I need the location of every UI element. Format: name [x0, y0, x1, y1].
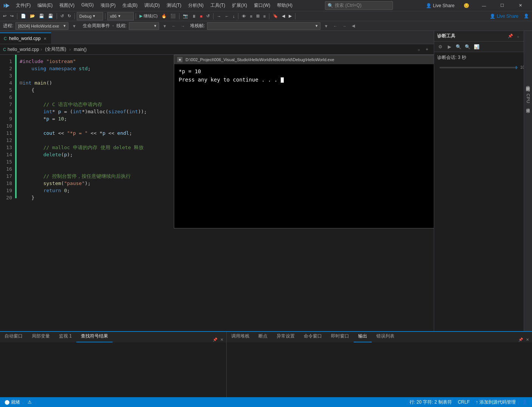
status-git[interactable]: ⬤ 就绪 [3, 397, 22, 407]
stack-filter-btn[interactable]: ▼ [323, 23, 329, 29]
menu-extensions[interactable]: 扩展(X) [229, 1, 250, 10]
bottom-left-content [0, 342, 226, 397]
undo2-btn[interactable]: ↺ [59, 12, 65, 20]
tab-close-btn[interactable]: ✕ [43, 36, 47, 41]
tab-callstack[interactable]: 调用堆栈 [227, 331, 254, 342]
live-share-button[interactable]: 👤 Live Share [423, 2, 458, 9]
continue-btn[interactable]: ▶ 继续(C) [138, 12, 159, 20]
status-add-source[interactable]: ↑ 添加到源代码管理 [474, 399, 517, 405]
tab-exceptions[interactable]: 异常设置 [272, 331, 299, 342]
redo2-btn[interactable]: ↻ [66, 12, 73, 20]
menu-help[interactable]: 帮助(H) [274, 1, 295, 10]
tab-breakpoints[interactable]: 断点 [254, 331, 272, 342]
account-btn[interactable]: 👤 [522, 12, 530, 20]
diag-search-btn[interactable]: 🔍 [455, 43, 462, 51]
minimize-button[interactable]: — [475, 0, 493, 11]
vert-tab-1[interactable]: 分析诊断结果 [524, 80, 532, 87]
thread-filter-btn[interactable]: ▼ [161, 23, 168, 29]
bl-close-btn[interactable]: ✕ [219, 336, 225, 342]
collapse-btn[interactable]: ◀ [350, 23, 357, 29]
platform-dropdown[interactable]: x86 ▾ [107, 12, 134, 20]
watch-btn[interactable]: 👁 [240, 12, 247, 20]
bookmark-btn[interactable]: 🔖 [271, 12, 280, 20]
nav-fwd-btn[interactable]: ▶ [287, 12, 293, 20]
global-search[interactable]: 🔍 搜索 (Ctrl+Q) [325, 1, 393, 10]
editor-tab-hello[interactable]: C hello_world.cpp ✕ [0, 32, 51, 44]
reg-btn[interactable]: ≡ [262, 12, 267, 20]
feedback-button[interactable]: 😊 [461, 2, 472, 9]
sep10 [295, 13, 295, 19]
expand-btn[interactable]: + [423, 46, 431, 53]
status-line-info[interactable]: 行: 20 字符: 2 制表符 [408, 399, 453, 405]
stack-nav2-btn[interactable]: → [341, 23, 348, 29]
new-file-btn[interactable]: 📄 [19, 12, 28, 20]
close-button[interactable]: ✕ [512, 0, 529, 11]
config-dropdown[interactable]: Debug ▾ [77, 12, 103, 20]
stack-dropdown[interactable]: ▾ [207, 22, 320, 30]
br-pin-btn[interactable]: 📌 [518, 336, 524, 342]
split-btn[interactable]: ⬦ [415, 46, 422, 53]
step-fwd-btn[interactable]: → [215, 12, 223, 20]
tab-command[interactable]: 命令窗口 [299, 331, 326, 342]
camera-btn[interactable]: 📷 [181, 12, 190, 20]
redo-button[interactable]: ↪ [9, 12, 15, 20]
live-share-toolbar-btn[interactable]: 👤 Live Share [487, 13, 521, 20]
breadcrumb-scope[interactable]: (全局范围) [43, 45, 68, 53]
step-back-btn[interactable]: ← [223, 12, 230, 20]
mem-btn[interactable]: ≡ [248, 12, 254, 20]
undo-button[interactable]: ↩ [2, 12, 8, 20]
menu-window[interactable]: 窗口(W) [251, 1, 273, 10]
breadcrumb-function[interactable]: main() [72, 46, 88, 53]
thread-dropdown[interactable]: ▾ [129, 22, 159, 30]
hot-reload-btn[interactable]: 🔥 [160, 12, 168, 20]
tab-auto-window[interactable]: 自动窗口 [0, 331, 27, 342]
menu-analyze[interactable]: 分析(N) [185, 1, 207, 10]
disasm-btn[interactable]: ⊞ [255, 12, 261, 20]
step-into-btn[interactable]: ↓ [231, 12, 237, 20]
restart-btn[interactable]: ↺ [205, 12, 211, 20]
status-user[interactable]: 👤 [520, 399, 529, 405]
process-filter-btn[interactable]: ▼ [71, 23, 77, 29]
stop-btn[interactable]: ■ [198, 12, 204, 20]
tab-immediate[interactable]: 即时窗口 [326, 331, 354, 342]
title-bar-right: 👤 Live Share 😊 — ☐ ✕ [423, 0, 529, 11]
menu-view[interactable]: 视图(V) [56, 1, 77, 10]
tab-locals[interactable]: 局部变量 [27, 331, 54, 342]
menu-test[interactable]: 测试(T) [164, 1, 184, 10]
step-over-btn[interactable]: ⬛ [169, 12, 177, 20]
process-dropdown[interactable]: [8204] HelloWorld.exe ▾ [15, 22, 68, 30]
diag-zoom-btn[interactable]: 🔍 [464, 43, 471, 51]
menu-file[interactable]: 文件(F) [13, 1, 34, 10]
bl-pin-btn[interactable]: 📌 [212, 336, 218, 342]
save-all-btn[interactable]: 💾 [46, 12, 55, 20]
status-problems[interactable]: ⚠ [26, 397, 35, 407]
menu-edit[interactable]: 编辑(E) [34, 1, 56, 10]
menu-debug[interactable]: 调试(D) [141, 1, 163, 10]
diag-pin-btn[interactable]: 📌 [507, 33, 514, 40]
thread-nav2-btn[interactable]: → [179, 23, 186, 29]
menu-git[interactable]: Git(G) [78, 1, 97, 10]
save-btn[interactable]: 💾 [37, 12, 46, 20]
diag-record-btn[interactable]: ▶ [445, 43, 453, 51]
status-zoom[interactable] [39, 397, 42, 407]
stack-nav-btn[interactable]: ← [332, 23, 339, 29]
tab-output[interactable]: 输出 [354, 331, 372, 342]
nav-back-btn[interactable]: ◀ [280, 12, 286, 20]
tab-watch[interactable]: 监视 1 [54, 331, 76, 342]
menu-build[interactable]: 生成(B) [119, 1, 141, 10]
diag-chart-btn[interactable]: 📊 [473, 43, 480, 51]
menu-project[interactable]: 项目(P) [97, 1, 119, 10]
tab-find-symbol[interactable]: 查找符号结果 [76, 331, 113, 342]
vert-tab-2[interactable]: CPU 使用率 [524, 91, 532, 108]
open-btn[interactable]: 📂 [28, 12, 37, 20]
status-line-ending[interactable]: CRLF [456, 399, 471, 405]
diag-float-btn[interactable]: ⬦ [515, 33, 521, 40]
breadcrumb-filename[interactable]: hello_world.cpp [8, 47, 39, 52]
maximize-button[interactable]: ☐ [493, 0, 511, 11]
diag-settings-btn[interactable]: ⚙ [436, 43, 444, 51]
tab-errorlist[interactable]: 错误列表 [372, 331, 399, 342]
thread-nav-btn[interactable]: ← [170, 23, 177, 29]
br-close-btn[interactable]: ✕ [524, 336, 530, 342]
menu-tools[interactable]: 工具(T) [207, 1, 228, 10]
pause-btn[interactable]: ⏸ [190, 12, 198, 20]
